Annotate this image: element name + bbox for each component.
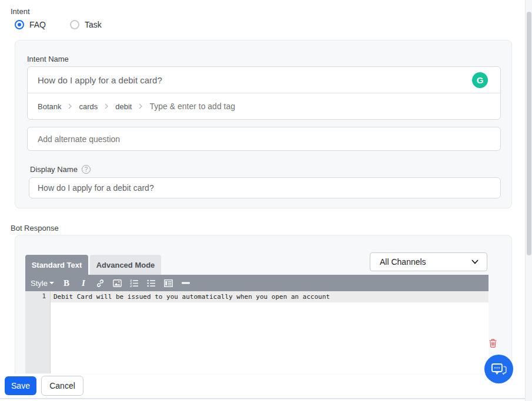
alternate-question-input[interactable] <box>28 127 500 150</box>
radio-option-faq[interactable]: FAQ <box>15 20 46 29</box>
channel-select[interactable]: All Channels <box>370 252 487 271</box>
footer-bar: Save Cancel <box>0 374 532 398</box>
link-icon[interactable] <box>96 277 105 289</box>
chevron-down-icon <box>471 260 479 264</box>
numbered-list-icon[interactable] <box>130 277 139 289</box>
bold-button[interactable]: B <box>62 277 71 289</box>
italic-button[interactable]: I <box>79 277 88 289</box>
add-tag-input[interactable] <box>149 93 490 119</box>
channel-select-value: All Channels <box>380 257 426 267</box>
cancel-button[interactable]: Cancel <box>41 376 83 396</box>
page-scrollbar[interactable] <box>525 0 532 401</box>
chevron-right-icon <box>138 103 143 109</box>
help-icon[interactable]: ? <box>82 165 91 174</box>
intent-name-row: G <box>28 67 500 93</box>
caret-down-icon <box>49 282 54 284</box>
radio-option-label[interactable]: Task <box>85 20 102 29</box>
image-icon[interactable] <box>113 277 122 289</box>
bullet-list-icon[interactable] <box>147 277 156 289</box>
tag-item[interactable]: Botank <box>38 102 61 111</box>
radio-selected-icon[interactable] <box>15 20 24 29</box>
grammarly-icon[interactable]: G <box>472 72 488 88</box>
editor-gutter <box>25 291 51 373</box>
tag-row: Botank cards debit <box>28 93 500 119</box>
radio-unselected-icon[interactable] <box>70 20 79 29</box>
blockquote-icon[interactable] <box>164 277 173 289</box>
delete-response-icon[interactable] <box>489 339 497 350</box>
style-dropdown-label: Style <box>31 279 48 288</box>
intent-section-label: Intent <box>11 7 30 16</box>
bot-response-label: Bot Response <box>11 224 59 232</box>
intent-card: Intent Name G Botank cards debit Display… <box>15 40 512 208</box>
alternate-question-box <box>27 127 501 151</box>
intent-name-label: Intent Name <box>27 55 69 63</box>
footer-divider <box>0 398 532 399</box>
radio-option-task[interactable]: Task <box>70 20 102 29</box>
tag-item[interactable]: debit <box>115 102 132 111</box>
display-name-input[interactable] <box>29 178 500 198</box>
intent-name-input[interactable] <box>38 67 474 93</box>
chat-widget-button[interactable] <box>484 355 513 383</box>
display-name-label: Display Name <box>30 165 78 174</box>
tab-advanced-mode[interactable]: Advanced Mode <box>90 255 161 275</box>
line-number: 1 <box>25 292 46 300</box>
response-text-line[interactable]: Debit Card will be issued to you automat… <box>53 293 330 301</box>
horizontal-rule-icon[interactable] <box>181 277 190 289</box>
scrollbar-thumb[interactable] <box>527 12 531 255</box>
chat-bubbles-icon <box>491 362 507 377</box>
tag-item[interactable]: cards <box>79 102 98 111</box>
intent-name-combo: G Botank cards debit <box>27 66 501 120</box>
style-dropdown[interactable]: Style <box>31 277 54 289</box>
radio-option-label[interactable]: FAQ <box>29 20 46 29</box>
tab-standard-text[interactable]: Standard Text <box>25 255 88 275</box>
save-button[interactable]: Save <box>5 376 36 395</box>
chevron-right-icon <box>68 103 72 109</box>
bot-response-card: Standard Text Advanced Mode All Channels… <box>15 235 512 397</box>
display-name-box <box>29 177 501 198</box>
chevron-right-icon <box>104 103 109 109</box>
response-code-editor[interactable]: 1 Debit Card will be issued to you autom… <box>25 291 488 373</box>
editor-toolbar: Style B I <box>25 275 488 291</box>
